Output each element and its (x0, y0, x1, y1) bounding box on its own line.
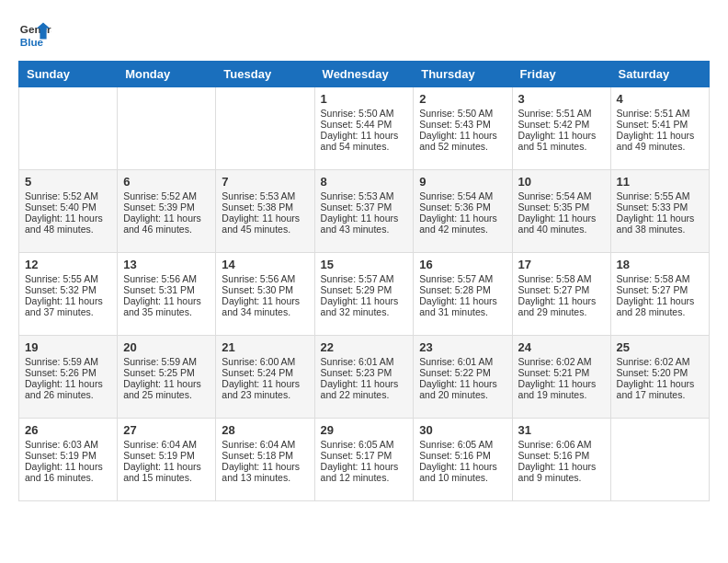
day-number: 6 (123, 175, 210, 189)
daylight-text: Daylight: 11 hours and 9 minutes. (518, 461, 605, 483)
sunset-text: Sunset: 5:25 PM (123, 367, 210, 378)
day-number: 26 (25, 423, 111, 437)
day-number: 24 (518, 340, 605, 354)
daylight-text: Daylight: 11 hours and 52 minutes. (419, 130, 506, 152)
calendar-cell: 24Sunrise: 6:02 AMSunset: 5:21 PMDayligh… (512, 336, 610, 419)
day-number: 11 (617, 175, 703, 189)
sunrise-text: Sunrise: 5:58 AM (518, 273, 605, 284)
day-number: 28 (222, 423, 308, 437)
day-number: 5 (25, 175, 111, 189)
sunrise-text: Sunrise: 5:55 AM (617, 190, 703, 201)
sunrise-text: Sunrise: 5:53 AM (321, 190, 408, 201)
calendar-cell: 31Sunrise: 6:06 AMSunset: 5:16 PMDayligh… (512, 419, 610, 501)
sunset-text: Sunset: 5:27 PM (617, 284, 703, 295)
daylight-text: Daylight: 11 hours and 16 minutes. (25, 461, 111, 483)
day-number: 17 (518, 258, 605, 271)
calendar-cell: 21Sunrise: 6:00 AMSunset: 5:24 PMDayligh… (216, 336, 314, 419)
daylight-text: Daylight: 11 hours and 31 minutes. (419, 295, 506, 317)
sunrise-text: Sunrise: 5:54 AM (419, 190, 506, 201)
sunset-text: Sunset: 5:31 PM (123, 284, 210, 295)
calendar-header-thursday: Thursday (414, 62, 512, 87)
sunset-text: Sunset: 5:28 PM (419, 284, 506, 295)
day-number: 16 (419, 258, 506, 271)
day-number: 2 (419, 92, 506, 106)
day-number: 8 (321, 175, 408, 189)
calendar-cell (118, 87, 216, 170)
sunrise-text: Sunrise: 6:06 AM (518, 439, 605, 450)
day-number: 19 (25, 340, 111, 354)
calendar-header-friday: Friday (512, 62, 610, 87)
daylight-text: Daylight: 11 hours and 51 minutes. (518, 130, 605, 152)
logo: General Blue (18, 18, 51, 52)
calendar-header-row: SundayMondayTuesdayWednesdayThursdayFrid… (19, 62, 710, 87)
sunset-text: Sunset: 5:24 PM (222, 367, 308, 378)
calendar-cell: 16Sunrise: 5:57 AMSunset: 5:28 PMDayligh… (414, 253, 512, 336)
daylight-text: Daylight: 11 hours and 29 minutes. (518, 295, 605, 317)
sunrise-text: Sunrise: 5:50 AM (419, 108, 506, 119)
daylight-text: Daylight: 11 hours and 15 minutes. (123, 461, 210, 483)
sunset-text: Sunset: 5:16 PM (518, 450, 605, 461)
calendar-cell: 27Sunrise: 6:04 AMSunset: 5:19 PMDayligh… (118, 419, 216, 501)
day-number: 22 (321, 340, 408, 354)
sunset-text: Sunset: 5:29 PM (321, 284, 408, 295)
sunrise-text: Sunrise: 6:02 AM (518, 356, 605, 367)
day-number: 15 (321, 258, 408, 271)
calendar-cell: 10Sunrise: 5:54 AMSunset: 5:35 PMDayligh… (512, 170, 610, 253)
daylight-text: Daylight: 11 hours and 40 minutes. (518, 213, 605, 235)
calendar-cell: 30Sunrise: 6:05 AMSunset: 5:16 PMDayligh… (414, 419, 512, 501)
calendar-cell: 20Sunrise: 5:59 AMSunset: 5:25 PMDayligh… (118, 336, 216, 419)
day-number: 7 (222, 175, 308, 189)
calendar-week-row: 5Sunrise: 5:52 AMSunset: 5:40 PMDaylight… (19, 170, 710, 253)
sunrise-text: Sunrise: 5:54 AM (518, 190, 605, 201)
calendar-cell (19, 87, 118, 170)
calendar-cell: 8Sunrise: 5:53 AMSunset: 5:37 PMDaylight… (314, 170, 414, 253)
sunrise-text: Sunrise: 5:55 AM (25, 273, 111, 284)
sunset-text: Sunset: 5:39 PM (123, 201, 210, 213)
sunset-text: Sunset: 5:30 PM (222, 284, 308, 295)
daylight-text: Daylight: 11 hours and 22 minutes. (321, 378, 408, 400)
page-header: General Blue (18, 18, 710, 52)
sunset-text: Sunset: 5:21 PM (518, 367, 605, 378)
sunrise-text: Sunrise: 6:04 AM (123, 439, 210, 450)
sunrise-text: Sunrise: 6:05 AM (321, 439, 408, 450)
calendar-cell (610, 419, 709, 501)
sunrise-text: Sunrise: 5:56 AM (123, 273, 210, 284)
daylight-text: Daylight: 11 hours and 35 minutes. (123, 295, 210, 317)
sunrise-text: Sunrise: 5:58 AM (617, 273, 703, 284)
daylight-text: Daylight: 11 hours and 42 minutes. (419, 213, 506, 235)
sunrise-text: Sunrise: 5:57 AM (419, 273, 506, 284)
sunset-text: Sunset: 5:16 PM (419, 450, 506, 461)
sunset-text: Sunset: 5:37 PM (321, 201, 408, 213)
day-number: 21 (222, 340, 308, 354)
sunrise-text: Sunrise: 6:00 AM (222, 356, 308, 367)
daylight-text: Daylight: 11 hours and 17 minutes. (617, 378, 703, 400)
day-number: 18 (617, 258, 703, 271)
sunrise-text: Sunrise: 6:01 AM (419, 356, 506, 367)
calendar-cell: 4Sunrise: 5:51 AMSunset: 5:41 PMDaylight… (610, 87, 709, 170)
sunset-text: Sunset: 5:20 PM (617, 367, 703, 378)
calendar-cell: 5Sunrise: 5:52 AMSunset: 5:40 PMDaylight… (19, 170, 118, 253)
calendar-cell: 9Sunrise: 5:54 AMSunset: 5:36 PMDaylight… (414, 170, 512, 253)
sunrise-text: Sunrise: 5:51 AM (617, 108, 703, 119)
day-number: 27 (123, 423, 210, 437)
day-number: 1 (321, 92, 408, 106)
calendar-table: SundayMondayTuesdayWednesdayThursdayFrid… (18, 61, 710, 501)
calendar-week-row: 1Sunrise: 5:50 AMSunset: 5:44 PMDaylight… (19, 87, 710, 170)
sunrise-text: Sunrise: 6:05 AM (419, 439, 506, 450)
daylight-text: Daylight: 11 hours and 19 minutes. (518, 378, 605, 400)
sunset-text: Sunset: 5:38 PM (222, 201, 308, 213)
daylight-text: Daylight: 11 hours and 46 minutes. (123, 213, 210, 235)
sunset-text: Sunset: 5:18 PM (222, 450, 308, 461)
calendar-week-row: 19Sunrise: 5:59 AMSunset: 5:26 PMDayligh… (19, 336, 710, 419)
day-number: 13 (123, 258, 210, 271)
sunrise-text: Sunrise: 5:59 AM (25, 356, 111, 367)
day-number: 23 (419, 340, 506, 354)
calendar-cell: 25Sunrise: 6:02 AMSunset: 5:20 PMDayligh… (610, 336, 709, 419)
day-number: 31 (518, 423, 605, 437)
calendar-cell: 2Sunrise: 5:50 AMSunset: 5:43 PMDaylight… (414, 87, 512, 170)
calendar-cell: 19Sunrise: 5:59 AMSunset: 5:26 PMDayligh… (19, 336, 118, 419)
daylight-text: Daylight: 11 hours and 28 minutes. (617, 295, 703, 317)
calendar-cell: 29Sunrise: 6:05 AMSunset: 5:17 PMDayligh… (314, 419, 414, 501)
daylight-text: Daylight: 11 hours and 34 minutes. (222, 295, 308, 317)
sunrise-text: Sunrise: 6:03 AM (25, 439, 111, 450)
